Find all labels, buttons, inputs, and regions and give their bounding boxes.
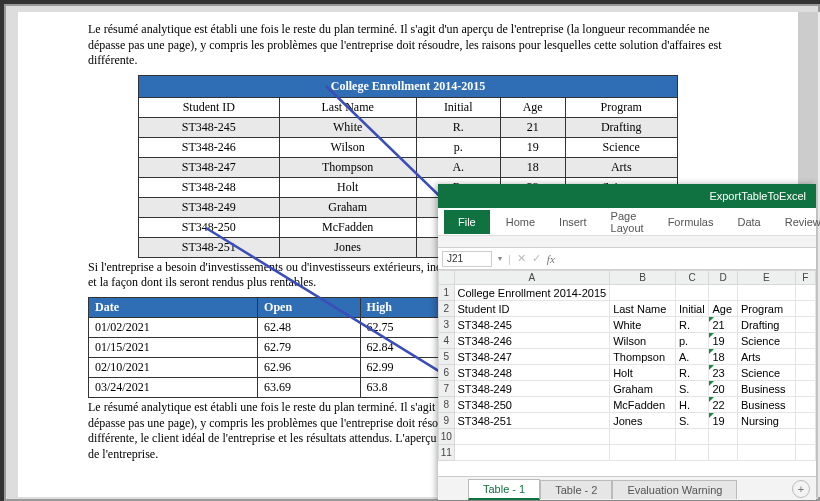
cell[interactable]: Initial	[675, 301, 708, 317]
accept-icon[interactable]: ✓	[532, 252, 541, 265]
cell[interactable]: Student ID	[454, 301, 610, 317]
row-header[interactable]: 10	[439, 429, 455, 445]
cell[interactable]: Holt	[610, 365, 676, 381]
cell[interactable]: R.	[675, 365, 708, 381]
cell[interactable]	[610, 285, 676, 301]
cell[interactable]: Jones	[610, 413, 676, 429]
name-box[interactable]: J21	[442, 251, 492, 267]
col-header[interactable]: E	[737, 271, 795, 285]
cell[interactable]	[709, 285, 738, 301]
cell[interactable]	[709, 445, 738, 461]
row-header[interactable]: 4	[439, 333, 455, 349]
sheet-tab[interactable]: Table - 1	[468, 479, 540, 500]
cell[interactable]: A.	[675, 349, 708, 365]
grid-corner[interactable]	[439, 271, 455, 285]
cell[interactable]	[675, 429, 708, 445]
cell[interactable]: 20	[709, 381, 738, 397]
sheet-tab[interactable]: Table - 2	[540, 480, 612, 499]
cell[interactable]: Program	[737, 301, 795, 317]
cell[interactable]: S.	[675, 413, 708, 429]
cell[interactable]	[737, 429, 795, 445]
row-header[interactable]: 11	[439, 445, 455, 461]
col-header[interactable]: B	[610, 271, 676, 285]
cell[interactable]: R.	[675, 317, 708, 333]
cell[interactable]: Business	[737, 381, 795, 397]
cell[interactable]	[454, 445, 610, 461]
ribbon-tab[interactable]: Insert	[547, 210, 599, 234]
cell[interactable]: ST348-246	[454, 333, 610, 349]
cell[interactable]: S.	[675, 381, 708, 397]
cell[interactable]: Graham	[610, 381, 676, 397]
cell[interactable]: Nursing	[737, 413, 795, 429]
cell[interactable]	[709, 429, 738, 445]
cell[interactable]: Arts	[737, 349, 795, 365]
cell[interactable]	[737, 285, 795, 301]
cell[interactable]: Science	[737, 333, 795, 349]
cell[interactable]: ST348-248	[454, 365, 610, 381]
cell[interactable]	[610, 445, 676, 461]
cell[interactable]	[795, 349, 815, 365]
row-header[interactable]: 9	[439, 413, 455, 429]
cell[interactable]: 22	[709, 397, 738, 413]
row-header[interactable]: 6	[439, 365, 455, 381]
cell[interactable]: Last Name	[610, 301, 676, 317]
cell[interactable]	[610, 429, 676, 445]
new-sheet-button[interactable]: +	[792, 480, 810, 498]
cell[interactable]	[737, 445, 795, 461]
cell[interactable]: p.	[675, 333, 708, 349]
ribbon-tab[interactable]: File	[444, 210, 490, 234]
cell[interactable]: ST348-249	[454, 381, 610, 397]
cell[interactable]	[795, 429, 815, 445]
cell[interactable]	[795, 413, 815, 429]
col-header[interactable]: A	[454, 271, 610, 285]
row-header[interactable]: 7	[439, 381, 455, 397]
cell[interactable]: H.	[675, 397, 708, 413]
cell[interactable]	[675, 285, 708, 301]
cell[interactable]	[795, 445, 815, 461]
cell[interactable]: 21	[709, 317, 738, 333]
row-header[interactable]: 3	[439, 317, 455, 333]
spreadsheet-grid[interactable]: ABCDEF1College Enrollment 2014-20152Stud…	[438, 270, 816, 476]
cell[interactable]: Age	[709, 301, 738, 317]
cell[interactable]: Drafting	[737, 317, 795, 333]
cell[interactable]: ST348-247	[454, 349, 610, 365]
col-header[interactable]: D	[709, 271, 738, 285]
cell[interactable]: 23	[709, 365, 738, 381]
cell[interactable]: 18	[709, 349, 738, 365]
cell[interactable]: ST348-245	[454, 317, 610, 333]
cell[interactable]	[454, 429, 610, 445]
cell[interactable]	[795, 365, 815, 381]
formula-input[interactable]	[561, 251, 812, 267]
row-header[interactable]: 1	[439, 285, 455, 301]
cell[interactable]: 19	[709, 333, 738, 349]
cell[interactable]: College Enrollment 2014-2015	[454, 285, 610, 301]
fx-icon[interactable]: fx	[547, 253, 555, 265]
cell[interactable]	[795, 301, 815, 317]
name-box-dropdown-icon[interactable]: ▾	[498, 254, 502, 263]
row-header[interactable]: 8	[439, 397, 455, 413]
cell[interactable]	[795, 317, 815, 333]
ribbon-tab[interactable]: Home	[494, 210, 547, 234]
cell[interactable]: Business	[737, 397, 795, 413]
cell[interactable]: Science	[737, 365, 795, 381]
cell[interactable]: Thompson	[610, 349, 676, 365]
cancel-icon[interactable]: ✕	[517, 252, 526, 265]
row-header[interactable]: 5	[439, 349, 455, 365]
cell[interactable]	[795, 333, 815, 349]
cell[interactable]	[795, 285, 815, 301]
cell[interactable]	[675, 445, 708, 461]
ribbon-tab[interactable]: Data	[725, 210, 772, 234]
ribbon-tab[interactable]: Review	[773, 210, 820, 234]
cell[interactable]: White	[610, 317, 676, 333]
cell[interactable]: ST348-251	[454, 413, 610, 429]
cell[interactable]: McFadden	[610, 397, 676, 413]
col-header[interactable]: F	[795, 271, 815, 285]
cell[interactable]	[795, 381, 815, 397]
row-header[interactable]: 2	[439, 301, 455, 317]
cell[interactable]: 19	[709, 413, 738, 429]
ribbon-tab[interactable]: Page Layout	[599, 204, 656, 240]
sheet-tab[interactable]: Evaluation Warning	[612, 480, 737, 499]
cell[interactable]: ST348-250	[454, 397, 610, 413]
cell[interactable]: Wilson	[610, 333, 676, 349]
col-header[interactable]: C	[675, 271, 708, 285]
